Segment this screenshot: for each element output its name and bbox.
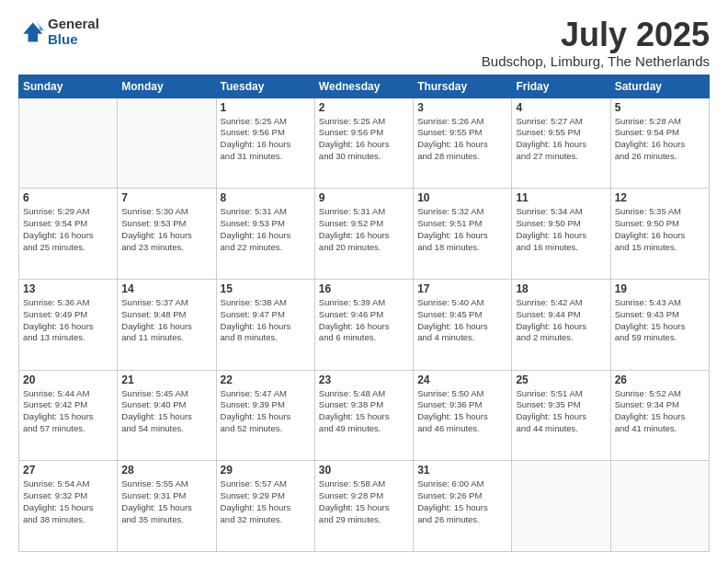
day-info: Sunrise: 5:35 AM Sunset: 9:50 PM Dayligh… [615,206,705,253]
col-wednesday: Wednesday [314,75,413,98]
logo-text: General Blue [48,17,99,47]
day-number: 23 [319,373,409,386]
calendar-cell: 16Sunrise: 5:39 AM Sunset: 9:46 PM Dayli… [314,279,413,370]
col-friday: Friday [512,75,610,98]
day-number: 7 [121,191,211,204]
calendar-cell: 2Sunrise: 5:25 AM Sunset: 9:56 PM Daylig… [314,98,413,189]
day-info: Sunrise: 5:34 AM Sunset: 9:50 PM Dayligh… [516,206,606,253]
day-info: Sunrise: 5:48 AM Sunset: 9:38 PM Dayligh… [319,388,409,435]
subtitle: Budschop, Limburg, The Netherlands [482,53,710,69]
calendar-cell: 31Sunrise: 6:00 AM Sunset: 9:26 PM Dayli… [414,461,512,552]
calendar-cell: 9Sunrise: 5:31 AM Sunset: 9:52 PM Daylig… [314,189,413,280]
day-number: 2 [319,101,409,114]
day-info: Sunrise: 5:44 AM Sunset: 9:42 PM Dayligh… [23,388,113,435]
calendar-cell: 7Sunrise: 5:30 AM Sunset: 9:53 PM Daylig… [118,189,216,280]
logo: General Blue [18,17,99,47]
main-title: July 2025 [482,17,710,53]
day-number: 11 [516,191,606,204]
calendar-cell [610,461,709,552]
calendar-cell: 13Sunrise: 5:36 AM Sunset: 9:49 PM Dayli… [19,279,118,370]
day-info: Sunrise: 5:32 AM Sunset: 9:51 PM Dayligh… [417,206,507,253]
calendar-week-row: 13Sunrise: 5:36 AM Sunset: 9:49 PM Dayli… [19,279,710,370]
day-info: Sunrise: 5:47 AM Sunset: 9:39 PM Dayligh… [221,388,311,435]
calendar-cell: 1Sunrise: 5:25 AM Sunset: 9:56 PM Daylig… [216,98,314,189]
day-number: 14 [121,282,211,295]
calendar-cell: 30Sunrise: 5:58 AM Sunset: 9:28 PM Dayli… [314,461,413,552]
calendar-cell: 14Sunrise: 5:37 AM Sunset: 9:48 PM Dayli… [118,279,216,370]
day-info: Sunrise: 5:50 AM Sunset: 9:36 PM Dayligh… [417,388,507,435]
day-info: Sunrise: 5:31 AM Sunset: 9:52 PM Dayligh… [319,206,409,253]
day-info: Sunrise: 5:57 AM Sunset: 9:29 PM Dayligh… [221,478,311,525]
day-info: Sunrise: 5:58 AM Sunset: 9:28 PM Dayligh… [319,478,409,525]
calendar-cell [118,98,216,189]
day-number: 12 [615,191,705,204]
day-number: 17 [417,282,507,295]
calendar-cell: 25Sunrise: 5:51 AM Sunset: 9:35 PM Dayli… [512,370,610,461]
day-info: Sunrise: 5:25 AM Sunset: 9:56 PM Dayligh… [319,116,409,163]
day-number: 24 [417,373,507,386]
calendar-cell: 12Sunrise: 5:35 AM Sunset: 9:50 PM Dayli… [610,189,709,280]
day-number: 30 [319,464,409,477]
day-number: 19 [615,282,705,295]
calendar-cell: 23Sunrise: 5:48 AM Sunset: 9:38 PM Dayli… [314,370,413,461]
calendar-week-row: 1Sunrise: 5:25 AM Sunset: 9:56 PM Daylig… [19,98,710,189]
col-sunday: Sunday [19,75,118,98]
day-info: Sunrise: 5:28 AM Sunset: 9:54 PM Dayligh… [615,116,705,163]
day-number: 15 [221,282,311,295]
day-number: 1 [221,101,311,114]
calendar-cell: 15Sunrise: 5:38 AM Sunset: 9:47 PM Dayli… [216,279,314,370]
day-number: 31 [417,464,507,477]
day-info: Sunrise: 5:51 AM Sunset: 9:35 PM Dayligh… [516,388,606,435]
calendar-cell: 17Sunrise: 5:40 AM Sunset: 9:45 PM Dayli… [414,279,512,370]
calendar-cell: 24Sunrise: 5:50 AM Sunset: 9:36 PM Dayli… [414,370,512,461]
day-number: 28 [121,464,211,477]
day-number: 26 [615,373,705,386]
day-number: 3 [417,101,507,114]
logo-icon [18,19,44,45]
day-number: 29 [221,464,311,477]
calendar-week-row: 20Sunrise: 5:44 AM Sunset: 9:42 PM Dayli… [19,370,710,461]
page: General Blue July 2025 Budschop, Limburg… [0,0,728,563]
day-info: Sunrise: 5:25 AM Sunset: 9:56 PM Dayligh… [221,116,311,163]
day-info: Sunrise: 5:42 AM Sunset: 9:44 PM Dayligh… [516,297,606,344]
day-info: Sunrise: 5:39 AM Sunset: 9:46 PM Dayligh… [319,297,409,344]
day-number: 22 [221,373,311,386]
day-info: Sunrise: 5:38 AM Sunset: 9:47 PM Dayligh… [221,297,311,344]
calendar-week-row: 6Sunrise: 5:29 AM Sunset: 9:54 PM Daylig… [19,189,710,280]
day-info: Sunrise: 5:27 AM Sunset: 9:55 PM Dayligh… [516,116,606,163]
col-saturday: Saturday [610,75,709,98]
calendar-header-row: Sunday Monday Tuesday Wednesday Thursday… [19,75,710,98]
logo-blue-text: Blue [48,32,99,48]
calendar-cell [19,98,118,189]
day-info: Sunrise: 5:43 AM Sunset: 9:43 PM Dayligh… [615,297,705,344]
calendar-table: Sunday Monday Tuesday Wednesday Thursday… [18,75,710,552]
day-number: 8 [221,191,311,204]
calendar-cell: 5Sunrise: 5:28 AM Sunset: 9:54 PM Daylig… [610,98,709,189]
calendar-week-row: 27Sunrise: 5:54 AM Sunset: 9:32 PM Dayli… [19,461,710,552]
day-number: 27 [23,464,113,477]
col-monday: Monday [118,75,216,98]
calendar-cell: 22Sunrise: 5:47 AM Sunset: 9:39 PM Dayli… [216,370,314,461]
calendar-cell: 26Sunrise: 5:52 AM Sunset: 9:34 PM Dayli… [610,370,709,461]
calendar-cell: 20Sunrise: 5:44 AM Sunset: 9:42 PM Dayli… [19,370,118,461]
calendar-cell: 19Sunrise: 5:43 AM Sunset: 9:43 PM Dayli… [610,279,709,370]
day-info: Sunrise: 5:30 AM Sunset: 9:53 PM Dayligh… [121,206,211,253]
day-number: 16 [319,282,409,295]
day-info: Sunrise: 5:29 AM Sunset: 9:54 PM Dayligh… [23,206,113,253]
day-number: 13 [23,282,113,295]
day-info: Sunrise: 5:37 AM Sunset: 9:48 PM Dayligh… [121,297,211,344]
day-number: 25 [516,373,606,386]
logo-general-text: General [48,17,99,32]
day-number: 10 [417,191,507,204]
day-info: Sunrise: 5:40 AM Sunset: 9:45 PM Dayligh… [417,297,507,344]
calendar-cell: 21Sunrise: 5:45 AM Sunset: 9:40 PM Dayli… [118,370,216,461]
calendar-cell: 10Sunrise: 5:32 AM Sunset: 9:51 PM Dayli… [414,189,512,280]
col-tuesday: Tuesday [216,75,314,98]
day-info: Sunrise: 5:55 AM Sunset: 9:31 PM Dayligh… [121,478,211,525]
day-number: 4 [516,101,606,114]
day-info: Sunrise: 5:52 AM Sunset: 9:34 PM Dayligh… [615,388,705,435]
calendar-cell: 6Sunrise: 5:29 AM Sunset: 9:54 PM Daylig… [19,189,118,280]
col-thursday: Thursday [414,75,512,98]
calendar-cell: 4Sunrise: 5:27 AM Sunset: 9:55 PM Daylig… [512,98,610,189]
calendar-cell: 11Sunrise: 5:34 AM Sunset: 9:50 PM Dayli… [512,189,610,280]
